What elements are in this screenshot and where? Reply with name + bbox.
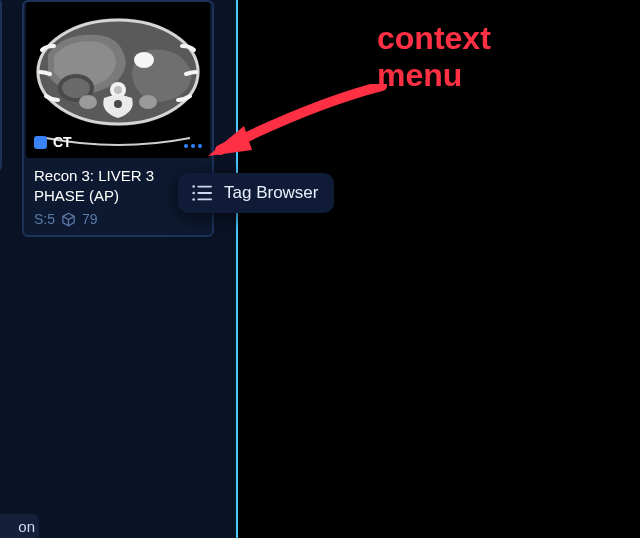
modality-color-badge	[34, 136, 47, 149]
series-more-button[interactable]	[182, 142, 204, 150]
series-thumbnail[interactable]: CT	[26, 2, 210, 158]
bottom-stub: on	[0, 514, 39, 538]
annotation-line1: context	[377, 20, 491, 57]
modality-label: CT	[53, 134, 72, 150]
modality-row: CT	[34, 134, 72, 150]
svg-point-8	[114, 100, 122, 108]
context-menu-item-tag-browser[interactable]: Tag Browser	[224, 183, 318, 203]
svg-point-9	[134, 52, 154, 68]
stack-icon	[61, 212, 76, 227]
annotation-line2: menu	[377, 57, 491, 94]
context-menu: Tag Browser	[178, 173, 334, 213]
annotation-label: context menu	[377, 20, 491, 94]
adjacent-series-card[interactable]	[0, 0, 2, 172]
instance-count: 79	[82, 211, 98, 227]
tag-browser-icon	[190, 183, 212, 203]
series-sidebar: CT Recon 3: LIVER 3 PHASE (AP) S:5 79 on	[0, 0, 238, 538]
svg-point-13	[192, 192, 195, 195]
more-dots-icon	[198, 144, 202, 148]
more-dots-icon	[184, 144, 188, 148]
svg-point-14	[192, 198, 195, 201]
svg-point-12	[192, 185, 195, 188]
svg-point-10	[79, 95, 97, 109]
more-dots-icon	[191, 144, 195, 148]
svg-point-5	[62, 78, 90, 98]
series-number-label: S:5	[34, 211, 55, 227]
svg-point-7	[114, 86, 122, 94]
svg-point-11	[139, 95, 157, 109]
